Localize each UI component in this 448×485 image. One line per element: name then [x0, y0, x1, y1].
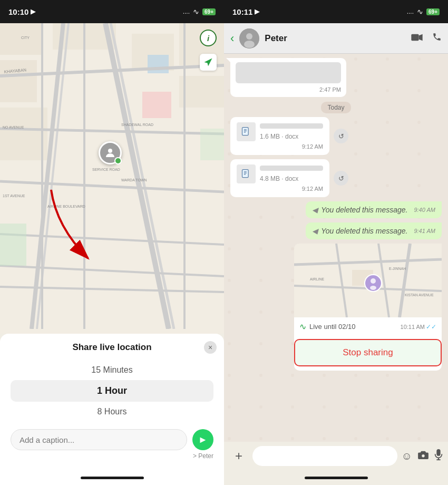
stop-sharing-button[interactable]: Stop sharing	[294, 339, 442, 366]
user-online-dot	[114, 157, 122, 164]
home-indicator-left	[0, 470, 224, 485]
svg-rect-3	[0, 108, 47, 160]
doc-bubble-1: 1.6 MB · docx 9:12 AM ↺	[230, 117, 329, 155]
video-call-icon[interactable]	[411, 32, 423, 44]
battery-right: 69+	[426, 8, 440, 15]
doc-icon-2	[237, 164, 256, 183]
status-bar-right: 10:11 ▶ .... ∿ 69+	[224, 0, 448, 23]
read-receipt-icon: ✓✓	[426, 323, 436, 331]
deleted-text-1: You deleted this message.	[321, 206, 407, 214]
input-right-icons: ☺	[402, 449, 443, 463]
status-bar-left: 10:10 ▶ .... ∿ 69+	[0, 0, 224, 23]
svg-rect-2	[0, 60, 37, 102]
svg-point-37	[244, 41, 255, 48]
signal-icon-right: ....	[407, 8, 414, 15]
svg-rect-32	[200, 129, 224, 160]
back-button[interactable]: ‹	[230, 32, 234, 45]
battery-left: 69+	[202, 8, 216, 15]
svg-rect-9	[148, 55, 169, 73]
svg-rect-40	[242, 128, 249, 135]
doc-message-2: 4.8 MB · docx 9:12 AM ↺	[230, 159, 442, 197]
message-input[interactable]	[252, 446, 397, 466]
svg-point-61	[422, 454, 424, 457]
sheet-title: Share live location	[11, 342, 213, 353]
svg-text:AIRLINE BOULEVARD: AIRLINE BOULEVARD	[47, 205, 85, 208]
deleted-text-2: You deleted this message.	[321, 227, 407, 235]
doc-size-2: 4.8 MB · docx	[260, 175, 298, 182]
doc-content-2: 4.8 MB · docx	[237, 164, 323, 183]
doc-time-1: 9:12 AM	[237, 143, 323, 150]
svg-point-60	[370, 286, 376, 290]
svg-text:SHADEWAL ROAD: SHADEWAL ROAD	[121, 123, 153, 127]
doc-content: 1.6 MB · docx	[237, 122, 323, 141]
caption-input[interactable]	[11, 429, 187, 450]
svg-marker-39	[419, 34, 423, 41]
svg-text:AIRLINE: AIRLINE	[310, 277, 325, 281]
deleted-message-2: ◀ You deleted this message. 9:41 AM	[230, 222, 442, 239]
live-map-preview: AIRLINE E-JINNAH KISTAN AVENUE	[294, 244, 442, 317]
duration-15min[interactable]: 15 Minutes	[11, 360, 213, 380]
doc-time-2: 9:12 AM	[237, 186, 323, 192]
duration-1hour[interactable]: 1 Hour	[11, 380, 213, 402]
live-location-bubble: AIRLINE E-JINNAH KISTAN AVENUE ∿ Live un…	[294, 244, 442, 371]
phone-call-icon[interactable]	[432, 32, 442, 44]
send-to-label: > Peter	[11, 452, 213, 460]
svg-rect-8	[142, 92, 171, 118]
map-info-button[interactable]: i	[200, 30, 217, 46]
svg-rect-38	[411, 34, 418, 41]
home-indicator-right	[224, 470, 448, 485]
deleted-time-2: 9:41 AM	[414, 228, 435, 234]
doc-info-1: 1.6 MB · docx	[260, 123, 323, 141]
map-location-arrow[interactable]	[200, 54, 217, 71]
svg-rect-7	[179, 76, 224, 108]
chat-header: ‹ Peter	[224, 23, 448, 54]
chat-messages[interactable]: 2:47 PM Today	[224, 54, 448, 442]
contact-name[interactable]: Peter	[265, 33, 406, 44]
duration-list: 15 Minutes 1 Hour 8 Hours	[11, 360, 213, 422]
svg-text:1ST AVENUE: 1ST AVENUE	[3, 194, 25, 198]
svg-text:SERVICE ROAD: SERVICE ROAD	[92, 168, 120, 171]
close-button[interactable]: ×	[204, 341, 217, 354]
live-until-text: Live until 02/10	[309, 323, 397, 331]
share-button-2[interactable]: ↺	[334, 171, 348, 186]
status-right-right: .... ∿ 69+	[407, 7, 440, 16]
caption-row: ►	[11, 429, 213, 450]
share-location-sheet: × Share live location 15 Minutes 1 Hour …	[0, 334, 224, 470]
message-time: 2:47 PM	[236, 86, 341, 93]
live-signal-icon: ∿	[299, 322, 306, 332]
incoming-bubble: 2:47 PM	[230, 58, 346, 97]
send-button[interactable]: ►	[192, 429, 213, 450]
home-bar-right	[305, 477, 368, 479]
svg-point-59	[371, 278, 376, 284]
chat-input-bar: + ☺	[224, 442, 448, 470]
send-icon: ►	[198, 434, 208, 445]
wifi-icon-right: ∿	[417, 7, 423, 16]
svg-text:NO AVENUE: NO AVENUE	[3, 125, 24, 129]
svg-text:KISTAN AVENUE: KISTAN AVENUE	[405, 293, 434, 297]
camera-icon[interactable]	[417, 450, 429, 462]
doc-name-bar-2	[260, 166, 323, 171]
map-area: KHAYABAN SHADEWAL ROAD 1ST AVENUE NO AVE…	[0, 23, 224, 334]
status-time-left: 10:10 ▶	[8, 7, 35, 16]
doc-icon-1	[237, 122, 256, 141]
duration-8hours[interactable]: 8 Hours	[11, 402, 213, 422]
svg-rect-44	[242, 170, 249, 178]
nav-arrow-icon: ▶	[255, 8, 259, 15]
doc-name-bar	[260, 123, 323, 129]
svg-text:CITY: CITY	[21, 36, 30, 40]
mic-icon[interactable]	[434, 449, 443, 463]
map-roads-svg: KHAYABAN SHADEWAL ROAD 1ST AVENUE NO AVE…	[0, 23, 224, 329]
header-icons	[411, 32, 442, 44]
deleted-bubble-2: ◀ You deleted this message. 9:41 AM	[306, 222, 442, 239]
deleted-time-1: 9:40 AM	[414, 207, 435, 213]
status-time-right: 10:11 ▶	[232, 7, 259, 16]
share-button-1[interactable]: ↺	[334, 129, 348, 143]
message-item: 2:47 PM	[230, 58, 442, 97]
user-location-marker	[99, 141, 122, 164]
emoji-icon[interactable]: ☺	[402, 450, 412, 462]
right-panel: 10:11 ▶ .... ∿ 69+ ‹ Peter	[224, 0, 448, 485]
contact-avatar[interactable]	[239, 28, 259, 48]
deleted-message-1: ◀ You deleted this message. 9:40 AM	[230, 201, 442, 218]
attach-button[interactable]: +	[229, 447, 248, 465]
svg-text:WARDA TOWN: WARDA TOWN	[121, 178, 147, 182]
